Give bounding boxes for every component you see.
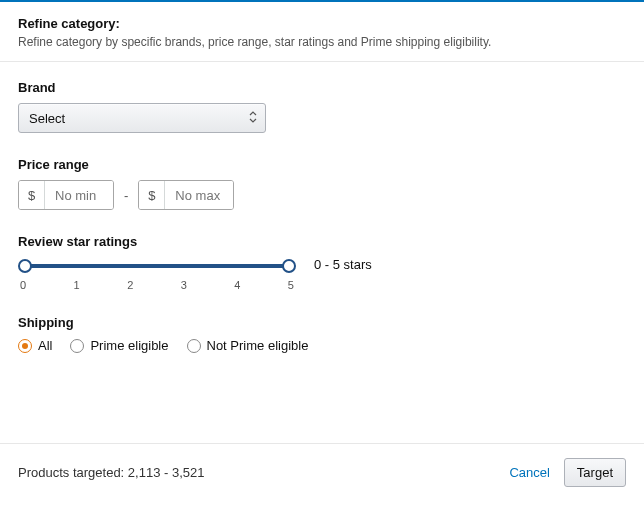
- price-label: Price range: [18, 157, 626, 172]
- slider-tick: 1: [74, 279, 80, 291]
- slider-tick: 3: [181, 279, 187, 291]
- panel-body: Brand Select Price range $ -: [0, 62, 644, 353]
- slider-thumb-min[interactable]: [18, 259, 32, 273]
- review-slider-wrap: 0 1 2 3 4 5 0 - 5 stars: [18, 257, 626, 291]
- slider-tick: 2: [127, 279, 133, 291]
- shipping-label: Shipping: [18, 315, 626, 330]
- price-separator: -: [124, 188, 128, 203]
- currency-icon: $: [19, 181, 45, 209]
- brand-select-value: Select: [29, 111, 65, 126]
- radio-icon: [187, 339, 201, 353]
- price-min-wrapper: $: [18, 180, 114, 210]
- footer-actions: Cancel Target: [509, 458, 626, 487]
- shipping-option-label: All: [38, 338, 52, 353]
- slider-thumb-max[interactable]: [282, 259, 296, 273]
- price-min-input[interactable]: [45, 181, 113, 209]
- panel-title: Refine category:: [18, 16, 626, 31]
- price-max-wrapper: $: [138, 180, 234, 210]
- slider-ticks: 0 1 2 3 4 5: [18, 279, 296, 291]
- products-targeted-text: Products targeted: 2,113 - 3,521: [18, 465, 204, 480]
- review-slider-column: 0 1 2 3 4 5: [18, 257, 296, 291]
- panel-footer: Products targeted: 2,113 - 3,521 Cancel …: [0, 443, 644, 505]
- shipping-section: Shipping All Prime eligible Not Prime el…: [18, 315, 626, 353]
- price-section: Price range $ - $: [18, 157, 626, 210]
- shipping-option-all[interactable]: All: [18, 338, 52, 353]
- price-max-input[interactable]: [165, 181, 233, 209]
- review-readout: 0 - 5 stars: [314, 257, 372, 272]
- slider-tick: 5: [288, 279, 294, 291]
- price-row: $ - $: [18, 180, 626, 210]
- slider-tick: 0: [20, 279, 26, 291]
- review-label: Review star ratings: [18, 234, 626, 249]
- brand-select[interactable]: Select: [18, 103, 266, 133]
- radio-icon: [70, 339, 84, 353]
- shipping-option-label: Prime eligible: [90, 338, 168, 353]
- radio-icon: [18, 339, 32, 353]
- cancel-button[interactable]: Cancel: [509, 465, 549, 480]
- shipping-option-prime[interactable]: Prime eligible: [70, 338, 168, 353]
- brand-label: Brand: [18, 80, 626, 95]
- panel-description: Refine category by specific brands, pric…: [18, 35, 626, 49]
- target-button[interactable]: Target: [564, 458, 626, 487]
- slider-tick: 4: [234, 279, 240, 291]
- review-section: Review star ratings 0 1 2 3 4 5: [18, 234, 626, 291]
- shipping-option-label: Not Prime eligible: [207, 338, 309, 353]
- brand-section: Brand Select: [18, 80, 626, 133]
- panel-header: Refine category: Refine category by spec…: [0, 2, 644, 62]
- review-slider[interactable]: [18, 259, 296, 273]
- refine-category-panel: Refine category: Refine category by spec…: [0, 0, 644, 505]
- shipping-option-not-prime[interactable]: Not Prime eligible: [187, 338, 309, 353]
- slider-rail: [25, 264, 289, 268]
- chevron-updown-icon: [249, 111, 257, 125]
- shipping-options: All Prime eligible Not Prime eligible: [18, 338, 626, 353]
- currency-icon: $: [139, 181, 165, 209]
